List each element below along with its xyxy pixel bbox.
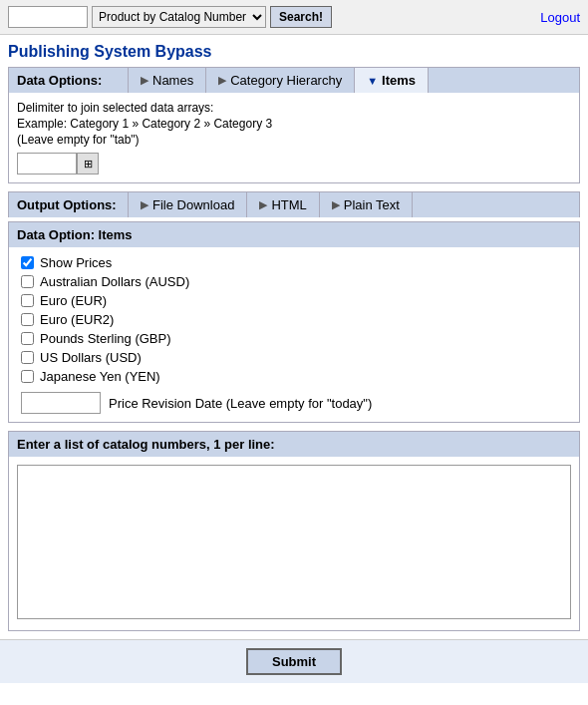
show-prices-checkbox[interactable] (21, 256, 34, 269)
currency-eur-label: Euro (EUR) (40, 293, 107, 308)
arrow-icon: ▶ (141, 198, 148, 211)
output-options-section: Output Options: ▶ File Download ▶ HTML ▶… (8, 191, 580, 217)
tab-items[interactable]: ▼ Items (355, 68, 429, 93)
currency-yen-checkbox[interactable] (21, 370, 34, 383)
delimiter-body: Delimiter to join selected data arrays: … (8, 93, 580, 183)
tab-plain-text[interactable]: ▶ Plain Text (320, 192, 413, 217)
currency-eur-checkbox[interactable] (21, 294, 34, 307)
items-section-body: Show Prices Australian Dollars (AUSD) Eu… (8, 247, 580, 423)
delimiter-hint: (Leave empty for "tab") (17, 133, 571, 147)
data-options-label: Data Options: (9, 68, 129, 93)
arrow-icon: ▶ (141, 74, 148, 87)
price-revision-row: Price Revision Date (Leave empty for "to… (21, 392, 567, 414)
items-section-header: Data Option: Items (8, 221, 580, 247)
search-button[interactable]: Search! (270, 6, 332, 28)
search-select[interactable]: Product by Catalog Number Product by Nam… (92, 6, 266, 28)
delimiter-icon-button[interactable]: ⊞ (77, 153, 99, 175)
show-prices-label: Show Prices (40, 255, 112, 270)
data-options-section: Data Options: ▶ Names ▶ Category Hierarc… (8, 67, 580, 183)
price-revision-input[interactable] (21, 392, 101, 414)
currency-yen-row: Japanese Yen (YEN) (21, 369, 567, 384)
tab-html[interactable]: ▶ HTML (247, 192, 319, 217)
submit-button[interactable]: Submit (246, 648, 342, 675)
tab-names[interactable]: ▶ Names (129, 68, 206, 93)
catalog-section-header: Enter a list of catalog numbers, 1 per l… (8, 431, 580, 457)
output-options-label: Output Options: (9, 192, 129, 217)
delimiter-example: Example: Category 1 » Category 2 » Categ… (17, 117, 571, 131)
currency-usd-label: US Dollars (USD) (40, 350, 142, 365)
currency-eur2-checkbox[interactable] (21, 313, 34, 326)
currency-eur2-row: Euro (EUR2) (21, 312, 567, 327)
page-title: Publishing System Bypass (0, 35, 588, 67)
tab-category-hierarchy[interactable]: ▶ Category Hierarchy (206, 68, 355, 93)
top-bar: Product by Catalog Number Product by Nam… (0, 0, 588, 35)
price-revision-label: Price Revision Date (Leave empty for "to… (109, 396, 372, 411)
currency-eur-row: Euro (EUR) (21, 293, 567, 308)
currency-ausd-checkbox[interactable] (21, 275, 34, 288)
logout-link[interactable]: Logout (540, 10, 580, 25)
show-prices-row: Show Prices (21, 255, 567, 270)
items-section: Data Option: Items Show Prices Australia… (8, 221, 580, 423)
currency-usd-checkbox[interactable] (21, 351, 34, 364)
delimiter-label: Delimiter to join selected data arrays: (17, 101, 571, 115)
submit-row: Submit (0, 639, 588, 683)
arrow-icon: ▶ (259, 198, 267, 211)
tab-file-download[interactable]: ▶ File Download (129, 192, 247, 217)
catalog-section-body (8, 457, 580, 631)
currency-usd-row: US Dollars (USD) (21, 350, 567, 365)
currency-ausd-row: Australian Dollars (AUSD) (21, 274, 567, 289)
catalog-textarea[interactable] (17, 465, 571, 619)
arrow-icon: ▶ (218, 74, 226, 87)
currency-eur2-label: Euro (EUR2) (40, 312, 114, 327)
arrow-icon-active: ▼ (367, 75, 378, 87)
currency-ausd-label: Australian Dollars (AUSD) (40, 274, 189, 289)
catalog-section: Enter a list of catalog numbers, 1 per l… (8, 431, 580, 631)
currency-gbp-label: Pounds Sterling (GBP) (40, 331, 171, 346)
currency-yen-label: Japanese Yen (YEN) (40, 369, 160, 384)
search-input[interactable] (8, 6, 88, 28)
arrow-icon: ▶ (332, 198, 340, 211)
currency-gbp-row: Pounds Sterling (GBP) (21, 331, 567, 346)
delimiter-input-row: ⊞ (17, 153, 571, 175)
currency-gbp-checkbox[interactable] (21, 332, 34, 345)
top-bar-left: Product by Catalog Number Product by Nam… (8, 6, 332, 28)
data-options-header: Data Options: ▶ Names ▶ Category Hierarc… (8, 67, 580, 93)
output-options-header: Output Options: ▶ File Download ▶ HTML ▶… (8, 191, 580, 217)
delimiter-input[interactable] (17, 153, 77, 175)
